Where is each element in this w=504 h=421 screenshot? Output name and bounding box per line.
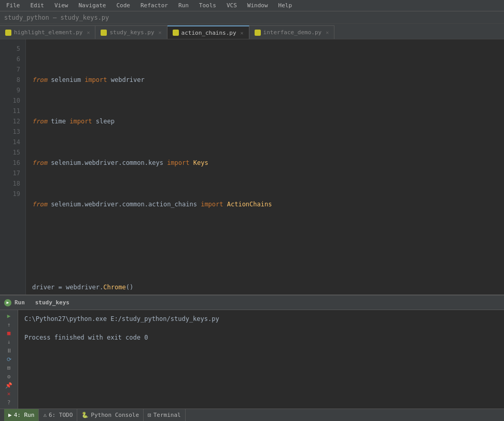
token-import-5: import [85, 75, 111, 85]
delete-button[interactable]: ✕ [3, 390, 15, 398]
run-content: ▶ ↑ ■ ↓ ⏸ ⟳ ⊞ ⚙ 📌 ✕ ? C:\Python27\python… [0, 310, 504, 409]
python-console-icon: 🐍 [81, 412, 89, 418]
help-button[interactable]: ? [3, 399, 15, 406]
token-mod-8c: common [122, 199, 144, 209]
line-num-14: 14 [0, 137, 25, 147]
line-num-6: 6 [0, 54, 25, 64]
line-num-9: 9 [0, 85, 25, 95]
token-from-8: from [32, 199, 51, 209]
tab-label-highlight: highlight_element.py [14, 29, 82, 36]
menu-tools[interactable]: Tools [197, 1, 218, 10]
status-python-console[interactable]: 🐍 Python Console [77, 409, 144, 421]
tab-icon-interface-demo [255, 30, 261, 36]
code-editor[interactable]: from selenium import webdriver from time… [26, 39, 504, 294]
todo-label: 6: TODO [49, 412, 73, 418]
line-num-8: 8 [0, 75, 25, 85]
tab-close-study-keys[interactable]: ✕ [159, 30, 162, 35]
line-num-15: 15 [0, 147, 25, 158]
line-num-17: 17 [0, 168, 25, 178]
token-dot-8c: . [145, 199, 148, 209]
settings-button[interactable]: ⚙ [3, 373, 15, 381]
todo-icon: ⚠ [43, 412, 47, 418]
line-num-18: 18 [0, 178, 25, 189]
status-run[interactable]: ▶ 4: Run [4, 409, 39, 421]
menu-run[interactable]: Run [176, 1, 191, 10]
tab-close-highlight[interactable]: ✕ [87, 30, 90, 35]
run-label: Run [15, 299, 25, 306]
menu-edit[interactable]: Edit [29, 1, 47, 10]
editor-container: 5 6 7 8 9 10 11 12 13 14 15 16 17 18 19 … [0, 39, 504, 294]
token-val-6: sleep [96, 116, 115, 127]
code-line-10: driver = webdriver.Chrome() [32, 282, 498, 292]
tab-action-chains[interactable]: action_chains.py ✕ [167, 25, 249, 39]
project-title: study_python – study_keys.py [4, 14, 109, 21]
tab-bar: highlight_element.py ✕ study_keys.py ✕ a… [0, 24, 504, 39]
code-line-6: from time import sleep [32, 116, 498, 127]
token-from-7: from [32, 158, 51, 168]
tab-highlight-element[interactable]: highlight_element.py ✕ [0, 25, 95, 39]
token-dot-7c: . [145, 158, 148, 168]
pin-button[interactable]: 📌 [3, 382, 15, 389]
menu-help[interactable]: Help [276, 1, 295, 10]
tab-icon-study-keys [101, 30, 107, 36]
token-var-10a: driver [32, 282, 59, 292]
token-mod-8b: webdriver [85, 199, 118, 209]
menu-navigate[interactable]: Navigate [77, 1, 108, 10]
line-num-5: 5 [0, 44, 25, 54]
scroll-button[interactable]: ⊞ [3, 364, 15, 372]
token-mod-5: selenium [51, 75, 85, 85]
run-panel: ▶ Run study_keys ▶ ↑ ■ ↓ ⏸ ⟳ ⊞ ⚙ 📌 ✕ ? C… [0, 294, 504, 409]
token-val-5: webdriver [111, 75, 145, 85]
tab-close-interface-demo[interactable]: ✕ [326, 30, 329, 35]
token-dot-10: . [100, 282, 103, 292]
play-button[interactable]: ▶ [3, 312, 15, 320]
python-console-label: Python Console [91, 412, 139, 418]
pause-button[interactable]: ⏸ [3, 347, 15, 355]
line-num-12: 12 [0, 116, 25, 127]
token-import-6: import [69, 116, 96, 127]
status-bar: ▶ 4: Run ⚠ 6: TODO 🐍 Python Console ⊡ Te… [0, 409, 504, 421]
status-todo[interactable]: ⚠ 6: TODO [39, 409, 77, 421]
menu-file[interactable]: File [4, 1, 22, 10]
token-cls-7: Keys [193, 158, 208, 168]
token-paren-10: () [126, 282, 133, 292]
tab-close-action-chains[interactable]: ✕ [241, 30, 244, 36]
down-arrow-button[interactable]: ↓ [3, 338, 15, 346]
run-status-icon: ▶ [4, 299, 11, 306]
status-terminal[interactable]: ⊡ Terminal [144, 409, 186, 421]
tab-study-keys[interactable]: study_keys.py ✕ [95, 25, 167, 39]
token-dot-7a: . [81, 158, 85, 168]
output-command-line: C:\Python27\python.exe E:/study_python/s… [24, 314, 498, 324]
token-mod-7a: selenium [51, 158, 81, 168]
token-from-6: from [32, 116, 51, 127]
menu-refactor[interactable]: Refactor [138, 1, 170, 10]
menu-vcs[interactable]: VCS [225, 1, 239, 10]
menu-view[interactable]: View [52, 1, 71, 10]
token-import-8: import [201, 199, 227, 209]
token-mod-10: webdriver [66, 282, 100, 292]
token-mod-7d: keys [148, 158, 167, 168]
token-dot-7b: . [118, 158, 122, 168]
run-output[interactable]: C:\Python27\python.exe E:/study_python/s… [18, 310, 504, 409]
token-import-7: import [167, 158, 193, 168]
tab-label-action-chains: action_chains.py [181, 30, 236, 36]
terminal-label: Terminal [153, 412, 181, 418]
menu-window[interactable]: Window [245, 1, 270, 10]
up-arrow-button[interactable]: ↑ [3, 321, 15, 329]
line-numbers: 5 6 7 8 9 10 11 12 13 14 15 16 17 18 19 [0, 39, 26, 294]
stop-button[interactable]: ■ [3, 329, 15, 337]
token-func-10: Chrome [103, 282, 125, 292]
code-line-8: from selenium.webdriver.common.action_ch… [32, 199, 498, 209]
run-toolbar: ▶ ↑ ■ ↓ ⏸ ⟳ ⊞ ⚙ 📌 ✕ ? [0, 310, 18, 409]
token-eq-10: = [59, 282, 66, 292]
tab-icon-highlight [5, 30, 11, 36]
line-num-7: 7 [0, 64, 25, 75]
menu-code[interactable]: Code [114, 1, 132, 10]
run-tab-label: study_keys [35, 299, 69, 306]
tab-interface-demo[interactable]: interface_demo.py ✕ [249, 25, 335, 39]
token-mod-7c: common [122, 158, 144, 168]
tab-icon-action-chains [173, 30, 179, 36]
token-mod-8a: selenium [51, 199, 81, 209]
rerun-button[interactable]: ⟳ [3, 356, 15, 363]
title-bar: study_python – study_keys.py [0, 11, 504, 24]
